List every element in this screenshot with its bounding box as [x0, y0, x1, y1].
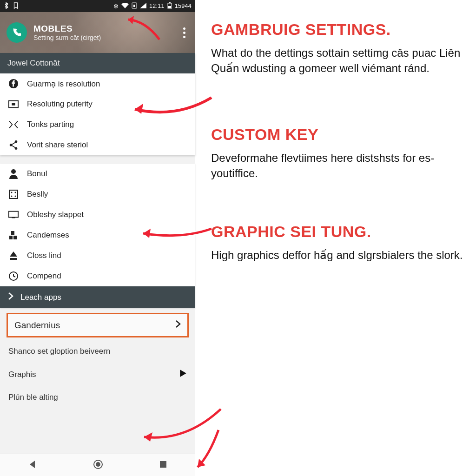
phone-icon	[12, 27, 22, 38]
bookmark-icon	[13, 2, 19, 10]
signal-icon	[140, 3, 146, 10]
facebook-icon	[8, 79, 19, 89]
list-item-label: Compend	[27, 271, 61, 281]
graphis-row[interactable]: Graphis	[0, 363, 195, 386]
note-custom-key: CUSTOM KEY Deveformahe flevtiimes here d…	[211, 126, 465, 181]
status-bar: ✻ 12:11 15944	[0, 0, 195, 12]
svg-point-15	[11, 196, 13, 197]
call-button[interactable]	[7, 22, 27, 43]
list-item-label: Closs lind	[27, 251, 61, 260]
shanco-row[interactable]: Shanco set gloption beiveern	[0, 340, 195, 363]
svg-rect-3	[169, 2, 171, 3]
list-item[interactable]: Resoluting puterity	[0, 94, 195, 114]
list-item[interactable]: Beslly	[0, 184, 195, 205]
svg-point-16	[15, 196, 16, 197]
list-item-label: Candemses	[27, 231, 69, 240]
svg-point-14	[15, 192, 16, 193]
gandernius-row[interactable]: Gandernius	[7, 313, 189, 337]
list-item[interactable]: Closs lind	[0, 245, 195, 266]
list-item-label: Tonks parting	[27, 120, 74, 129]
list-item-label: Guarmạ is resolution	[27, 79, 100, 89]
wifi-icon	[121, 3, 129, 10]
divider	[211, 102, 465, 102]
note-gambruig: GAMBRUIG SETTINGS. What do the dettings …	[211, 20, 465, 76]
status-battery-text: 15944	[175, 3, 192, 9]
svg-rect-7	[12, 103, 15, 106]
shanco-label: Shanco set gloption beiveern	[8, 347, 110, 356]
dice-icon	[8, 189, 19, 199]
svg-rect-17	[9, 212, 18, 218]
sim-icon	[132, 2, 137, 10]
battery-icon	[167, 2, 172, 10]
list-item-label: Beslly	[27, 190, 48, 199]
note-body: What do the dettings sottain settimg câs…	[211, 45, 465, 76]
svg-rect-20	[13, 236, 17, 239]
note-body: High graphics deffor hấg and slgrsbialer…	[211, 247, 465, 263]
frame-icon	[8, 99, 19, 109]
svg-rect-19	[9, 236, 13, 239]
status-right: ✻ 12:11 15944	[113, 2, 192, 10]
status-time: 12:11	[149, 3, 165, 9]
graphis-label: Graphis	[8, 370, 36, 379]
phone-frame: ✻ 12:11 15944 MOBLES Setting sưm cât (ci…	[0, 0, 195, 476]
app-header: MOBLES Setting sưm cât (cirget)	[0, 12, 195, 53]
person-icon	[8, 169, 19, 179]
list-item[interactable]: Compend	[0, 266, 195, 286]
plun-row[interactable]: Plún ble alting	[0, 386, 195, 409]
overflow-menu-button[interactable]	[179, 27, 189, 38]
svg-rect-1	[133, 5, 135, 7]
chevron-right-icon	[175, 320, 181, 331]
svg-point-11	[11, 169, 16, 174]
note-title: GRAPHIC SEI TUNG.	[211, 223, 465, 241]
section-header: Jowel Cottonât	[0, 53, 195, 73]
svg-rect-4	[168, 6, 171, 8]
annotation-panel: GAMBRUIG SETTINGS. What do the dettings …	[195, 0, 476, 476]
app-subtitle: Setting sưm cât (cirget)	[33, 34, 173, 41]
list-item[interactable]: Candemses	[0, 225, 195, 245]
app-title: MOBLES	[33, 24, 173, 34]
svg-rect-22	[10, 258, 17, 260]
share-icon	[8, 140, 19, 150]
nav-home-button[interactable]	[93, 459, 103, 471]
android-nav-bar	[0, 454, 195, 476]
note-body: Deveformahe flevtiimes here distshsts fo…	[211, 150, 465, 181]
svg-rect-12	[9, 190, 18, 198]
gandernius-label: Gandernius	[14, 320, 60, 331]
bluetooth-icon	[4, 2, 9, 10]
nav-back-button[interactable]	[28, 460, 37, 471]
play-icon	[179, 369, 187, 380]
list-item[interactable]: Guarmạ is resolution	[0, 73, 195, 94]
note-title: GAMBRUIG SETTINGS.	[211, 20, 465, 39]
svg-rect-21	[11, 231, 14, 235]
clock-icon	[8, 271, 19, 281]
svg-rect-18	[12, 218, 15, 218]
leach-label: Leach apps	[20, 293, 61, 302]
list-item-label: Resoluting puterity	[27, 99, 93, 109]
eject-icon	[8, 251, 19, 261]
svg-point-25	[96, 462, 100, 467]
note-title: CUSTOM KEY	[211, 126, 465, 144]
svg-rect-26	[160, 461, 166, 468]
plun-label: Plún ble alting	[8, 393, 58, 402]
shuffle-icon	[8, 119, 19, 130]
header-text: MOBLES Setting sưm cât (cirget)	[33, 24, 173, 41]
chevron-right-icon	[7, 292, 14, 303]
list-item[interactable]: Bonul	[0, 164, 195, 184]
list-item[interactable]: Vorit share steriol	[0, 135, 195, 155]
list-item[interactable]: Obleshy slappet	[0, 205, 195, 225]
list-item-label: Vorit share steriol	[27, 140, 88, 150]
svg-point-13	[11, 192, 13, 193]
section-jowel: Jowel Cottonât Guarmạ is resolution Reso…	[0, 53, 195, 155]
list-item-label: Bonul	[27, 169, 47, 178]
list-item-label: Obleshy slappet	[27, 210, 84, 219]
nav-recent-button[interactable]	[159, 460, 167, 470]
list-item[interactable]: Tonks parting	[0, 114, 195, 135]
monitor-icon	[8, 210, 19, 220]
section-two: Bonul Beslly Obleshy slappet Candemses C…	[0, 164, 195, 308]
leach-apps-row[interactable]: Leach apps	[0, 286, 195, 308]
blocks-icon	[8, 230, 19, 240]
gear-icon: ✻	[113, 3, 119, 10]
status-left	[4, 2, 19, 10]
note-graphic: GRAPHIC SEI TUNG. High graphics deffor h…	[211, 223, 465, 263]
